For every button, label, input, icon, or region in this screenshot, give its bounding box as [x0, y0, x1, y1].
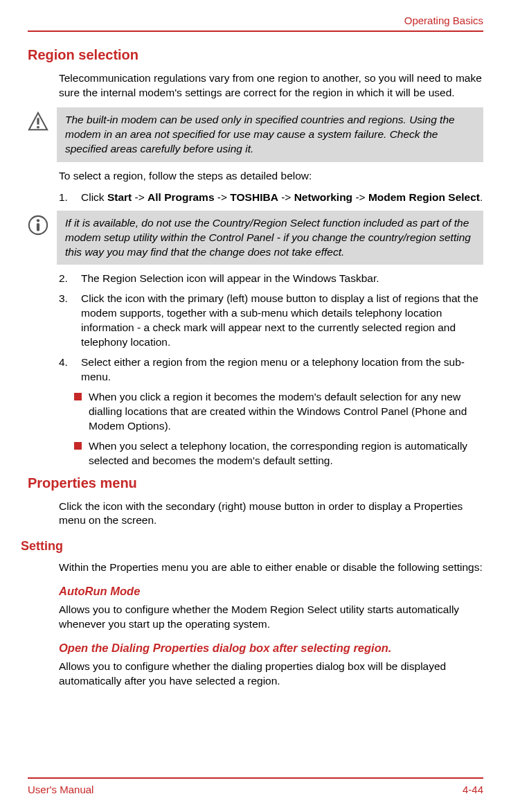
heading-autorun-mode: AutoRun Mode	[59, 583, 483, 599]
warning-icon	[28, 112, 48, 132]
nav-toshiba: TOSHIBA	[230, 191, 278, 203]
nav-sep: ->	[278, 191, 294, 203]
nav-start: Start	[107, 191, 132, 203]
nav-all-programs: All Programs	[147, 191, 214, 203]
footer-left: User's Manual	[28, 783, 93, 797]
step-number: 4.	[59, 355, 74, 385]
square-bullet-icon	[74, 393, 82, 400]
step-1: 1. Click Start -> All Programs -> TOSHIB…	[59, 191, 483, 205]
heading-open-dialing-props: Open the Dialing Properties dialog box a…	[59, 640, 483, 655]
heading-properties-menu: Properties menu	[28, 474, 483, 493]
square-bullet-icon	[74, 442, 82, 450]
svg-point-2	[37, 126, 39, 129]
step-4-body: Select either a region from the region m…	[81, 355, 483, 385]
step-4-bullet-1-body: When you click a region it becomes the m…	[89, 390, 483, 434]
step-4-bullet-1: When you click a region it becomes the m…	[74, 390, 483, 434]
step-1-body: Click Start -> All Programs -> TOSHIBA -…	[81, 191, 483, 205]
nav-sep: ->	[215, 191, 231, 203]
paragraph-dialing-props: Allows you to configure whether the dial…	[59, 660, 483, 689]
step-3-body: Click the icon with the primary (left) m…	[81, 292, 483, 350]
heading-setting: Setting	[21, 538, 483, 554]
footer-right: 4-44	[463, 783, 483, 797]
svg-rect-5	[37, 223, 39, 231]
nav-networking: Networking	[294, 191, 352, 203]
svg-rect-1	[37, 118, 39, 124]
heading-region-selection: Region selection	[28, 46, 483, 64]
paragraph-autorun: Allows you to configure whether the Mode…	[59, 603, 483, 632]
step-number: 2.	[59, 272, 74, 286]
nav-sep: ->	[352, 191, 368, 203]
svg-point-4	[37, 219, 39, 222]
step-number: 1.	[59, 191, 74, 205]
callout-warning-body: The built-in modem can be used only in s…	[57, 107, 483, 162]
step-3: 3. Click the icon with the primary (left…	[59, 292, 483, 350]
step-2: 2. The Region Selection icon will appear…	[59, 272, 483, 286]
paragraph-intro: Telecommunication regulations vary from …	[59, 71, 483, 100]
page-content: Region selection Telecommunication regul…	[28, 46, 483, 689]
step-4-bullet-2-body: When you select a telephony location, th…	[89, 439, 483, 468]
step1-post: .	[480, 191, 483, 203]
step-2-body: The Region Selection icon will appear in…	[81, 272, 483, 286]
nav-sep: ->	[132, 191, 147, 203]
page-footer: User's Manual 4-44	[28, 777, 483, 797]
step-4-bullet-2: When you select a telephony location, th…	[74, 439, 483, 468]
step-number: 3.	[59, 292, 74, 350]
paragraph-steps-intro: To select a region, follow the steps as …	[59, 169, 483, 184]
running-header: Operating Basics	[28, 14, 483, 32]
callout-info: If it is available, do not use the Count…	[28, 211, 483, 265]
step1-pre: Click	[81, 191, 107, 203]
paragraph-properties: Click the icon with the secondary (right…	[59, 500, 483, 529]
paragraph-setting-intro: Within the Properties menu you are able …	[59, 561, 483, 575]
callout-info-body: If it is available, do not use the Count…	[57, 211, 483, 265]
callout-warning: The built-in modem can be used only in s…	[28, 107, 483, 162]
info-icon	[28, 215, 48, 236]
nav-modem-region-select: Modem Region Select	[368, 191, 480, 203]
step-4: 4. Select either a region from the regio…	[59, 355, 483, 385]
